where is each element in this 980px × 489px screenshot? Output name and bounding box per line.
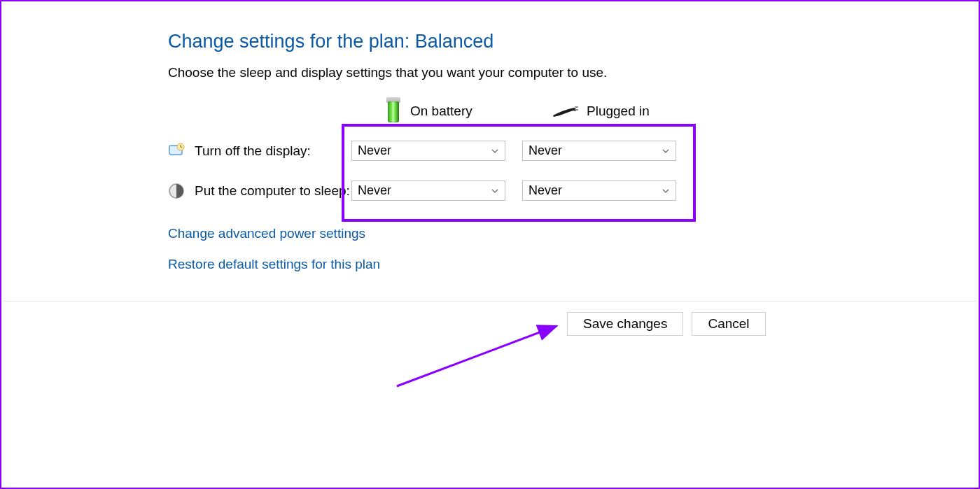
plug-icon xyxy=(552,103,580,120)
instruction-text: Choose the sleep and display settings th… xyxy=(168,65,979,80)
sleep-battery-value: Never xyxy=(358,183,391,198)
chevron-down-icon xyxy=(491,147,499,155)
chevron-down-icon xyxy=(491,187,499,195)
main-content: Change settings for the plan: Balanced C… xyxy=(1,1,979,272)
battery-icon xyxy=(384,97,403,125)
button-row: Save changes Cancel xyxy=(567,312,766,336)
links-block: Change advanced power settings Restore d… xyxy=(168,226,979,272)
sleep-battery-select[interactable]: Never xyxy=(351,180,505,201)
row-sleep-label-group: Put the computer to sleep: xyxy=(168,183,351,199)
column-on-battery-label: On battery xyxy=(410,104,472,119)
row-display-label: Turn off the display: xyxy=(195,143,311,159)
annotation-arrow xyxy=(390,316,565,393)
sleep-icon xyxy=(168,183,185,199)
cancel-button[interactable]: Cancel xyxy=(692,312,765,336)
advanced-power-settings-link[interactable]: Change advanced power settings xyxy=(168,226,365,241)
display-battery-value: Never xyxy=(358,143,391,158)
display-plugged-select[interactable]: Never xyxy=(522,141,676,161)
svg-line-6 xyxy=(397,326,556,386)
row-display-label-group: Turn off the display: xyxy=(168,143,351,160)
page-title: Change settings for the plan: Balanced xyxy=(168,31,979,52)
divider xyxy=(3,301,977,302)
row-display: Turn off the display: Never Never xyxy=(168,141,979,161)
svg-rect-0 xyxy=(575,106,578,108)
column-on-battery: On battery xyxy=(384,97,552,125)
row-sleep-label: Put the computer to sleep: xyxy=(195,183,350,199)
sleep-plugged-value: Never xyxy=(528,183,562,198)
column-plugged-in-label: Plugged in xyxy=(587,104,650,119)
chevron-down-icon xyxy=(662,147,670,155)
columns-header: On battery Plugged in xyxy=(384,97,979,125)
restore-defaults-link[interactable]: Restore default settings for this plan xyxy=(168,257,380,272)
display-plugged-value: Never xyxy=(528,143,562,158)
column-plugged-in: Plugged in xyxy=(552,103,706,120)
display-battery-select[interactable]: Never xyxy=(351,141,505,161)
chevron-down-icon xyxy=(662,187,670,195)
sleep-plugged-select[interactable]: Never xyxy=(522,180,676,201)
svg-rect-1 xyxy=(575,109,578,111)
display-icon xyxy=(168,143,185,160)
save-changes-button[interactable]: Save changes xyxy=(567,312,683,336)
row-sleep: Put the computer to sleep: Never Never xyxy=(168,180,979,201)
